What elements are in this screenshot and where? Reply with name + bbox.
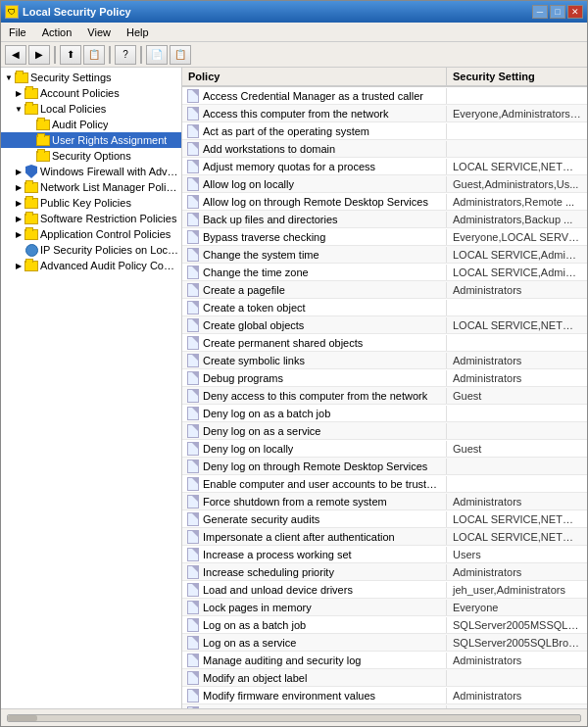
table-body[interactable]: Access Credential Manager as a trusted c… bbox=[182, 87, 587, 708]
table-row[interactable]: Access this computer from the networkEve… bbox=[182, 105, 587, 122]
doc-icon bbox=[186, 583, 200, 597]
table-row[interactable]: Create a token object bbox=[182, 299, 587, 316]
title-buttons: ─ □ ✕ bbox=[532, 5, 583, 19]
forward-button[interactable]: ▶ bbox=[28, 45, 50, 65]
title-bar: 🛡 Local Security Policy ─ □ ✕ bbox=[1, 1, 587, 23]
table-row[interactable]: Generate security auditsLOCAL SERVICE,NE… bbox=[182, 510, 587, 528]
scroll-track[interactable] bbox=[7, 714, 581, 722]
table-row[interactable]: Lock pages in memoryEveryone bbox=[182, 599, 587, 616]
folder-icon bbox=[24, 86, 38, 100]
sidebar-item-windows-firewall[interactable]: ▶ Windows Firewall with Advanced Secu... bbox=[1, 164, 181, 179]
table-row[interactable]: Access Credential Manager as a trusted c… bbox=[182, 87, 587, 105]
table-row[interactable]: Modify an object label bbox=[182, 669, 587, 687]
table-row[interactable]: Increase a process working setUsers bbox=[182, 546, 587, 563]
window-icon: 🛡 bbox=[5, 5, 19, 19]
table-row[interactable]: Modify firmware environment valuesAdmini… bbox=[182, 687, 587, 704]
sidebar-item-public-key[interactable]: ▶ Public Key Policies bbox=[1, 195, 181, 211]
table-row[interactable]: Deny log on as a service bbox=[182, 422, 587, 440]
table-row[interactable]: Act as part of the operating system bbox=[182, 122, 587, 140]
doc-icon bbox=[186, 389, 200, 403]
folder-icon bbox=[24, 102, 38, 116]
globe-icon bbox=[24, 243, 38, 257]
cell-policy: Create global objects bbox=[182, 317, 447, 333]
table-row[interactable]: Bypass traverse checkingEveryone,LOCAL S… bbox=[182, 228, 587, 246]
policy-name: Allow log on through Remote Desktop Serv… bbox=[203, 196, 428, 208]
doc-icon bbox=[186, 407, 200, 420]
table-row[interactable]: Deny access to this computer from the ne… bbox=[182, 387, 587, 405]
sidebar-item-security-settings[interactable]: ▼ Security Settings bbox=[1, 70, 181, 85]
menu-file[interactable]: File bbox=[1, 24, 34, 40]
policy-name: Log on as a batch job bbox=[203, 619, 306, 631]
table-row[interactable]: Allow log on locallyGuest,Administrators… bbox=[182, 175, 587, 193]
policy-name: Add workstations to domain bbox=[203, 143, 335, 155]
cell-policy: Allow log on through Remote Desktop Serv… bbox=[182, 194, 447, 210]
menu-help[interactable]: Help bbox=[119, 24, 157, 40]
cell-setting: LOCAL SERVICE,NETWO... bbox=[447, 160, 587, 173]
expand-icon bbox=[24, 150, 36, 162]
doc-icon bbox=[186, 706, 200, 709]
sidebar-item-software-restriction[interactable]: ▶ Software Restriction Policies bbox=[1, 211, 181, 226]
up-button[interactable]: ⬆ bbox=[60, 45, 81, 65]
table-row[interactable]: Deny log on locallyGuest bbox=[182, 440, 587, 458]
show-hide-button[interactable]: 📋 bbox=[83, 45, 105, 65]
sidebar-item-advanced-audit[interactable]: ▶ Advanced Audit Policy Configuration bbox=[1, 258, 181, 273]
table-row[interactable]: Create permanent shared objects bbox=[182, 334, 587, 352]
policy-name: Deny access to this computer from the ne… bbox=[203, 390, 427, 402]
table-row[interactable]: Create global objectsLOCAL SERVICE,NETWO… bbox=[182, 316, 587, 334]
table-row[interactable]: Change the system timeLOCAL SERVICE,Admi… bbox=[182, 246, 587, 264]
sidebar-item-network-list[interactable]: ▶ Network List Manager Policies bbox=[1, 179, 181, 195]
policy-name: Load and unload device drivers bbox=[203, 584, 353, 596]
table-row[interactable]: Create symbolic linksAdministrators bbox=[182, 352, 587, 369]
cell-policy: Create a token object bbox=[182, 300, 447, 315]
table-row[interactable]: Deny log on as a batch job bbox=[182, 405, 587, 422]
doc-icon bbox=[186, 336, 200, 350]
table-row[interactable]: Create a pagefileAdministrators bbox=[182, 281, 587, 299]
policy-name: Change the system time bbox=[203, 249, 319, 261]
table-row[interactable]: Log on as a batch jobSQLServer2005MSSQLU… bbox=[182, 616, 587, 634]
folder-icon bbox=[15, 71, 28, 84]
close-button[interactable]: ✕ bbox=[567, 5, 583, 19]
cell-policy: Allow log on locally bbox=[182, 176, 447, 192]
table-row[interactable]: Debug programsAdministrators bbox=[182, 369, 587, 387]
table-row[interactable]: Load and unload device driversjeh_user,A… bbox=[182, 581, 587, 599]
table-row[interactable]: Add workstations to domain bbox=[182, 140, 587, 158]
sidebar-item-audit-policy[interactable]: Audit Policy bbox=[1, 117, 181, 132]
table-row[interactable]: Back up files and directoriesAdministrat… bbox=[182, 211, 587, 228]
table-row[interactable]: Impersonate a client after authenticatio… bbox=[182, 528, 587, 546]
table-row[interactable]: Change the time zoneLOCAL SERVICE,Admini… bbox=[182, 264, 587, 281]
help-button[interactable]: ? bbox=[115, 45, 136, 65]
table-row[interactable]: Increase scheduling priorityAdministrato… bbox=[182, 563, 587, 581]
menu-action[interactable]: Action bbox=[34, 24, 80, 40]
table-row[interactable]: Log on as a serviceSQLServer2005SQLBrow.… bbox=[182, 634, 587, 652]
table-row[interactable]: Manage auditing and security logAdminist… bbox=[182, 652, 587, 669]
window-title: Local Security Policy bbox=[23, 6, 131, 18]
cell-policy: Increase scheduling priority bbox=[182, 564, 447, 580]
export-button[interactable]: 📄 bbox=[146, 45, 168, 65]
policy-name: Change the time zone bbox=[203, 267, 309, 278]
table-row[interactable]: Allow log on through Remote Desktop Serv… bbox=[182, 193, 587, 211]
back-button[interactable]: ◀ bbox=[5, 45, 26, 65]
sidebar-item-app-control[interactable]: ▶ Application Control Policies bbox=[1, 226, 181, 242]
table-row[interactable]: Force shutdown from a remote systemAdmin… bbox=[182, 493, 587, 510]
status-bar bbox=[1, 708, 587, 726]
sidebar-item-user-rights[interactable]: User Rights Assignment bbox=[1, 132, 181, 148]
sidebar-item-account-policies[interactable]: ▶ Account Policies bbox=[1, 85, 181, 101]
cell-policy: Modify an object label bbox=[182, 670, 447, 686]
scroll-thumb[interactable] bbox=[8, 715, 37, 721]
doc-icon bbox=[186, 371, 200, 385]
sidebar-item-ip-security[interactable]: IP Security Policies on Local Compute... bbox=[1, 242, 181, 258]
sidebar-item-local-policies[interactable]: ▼ Local Policies bbox=[1, 101, 181, 117]
cell-setting bbox=[447, 130, 587, 132]
table-row[interactable]: Enable computer and user accounts to be … bbox=[182, 475, 587, 493]
cell-setting bbox=[447, 342, 587, 344]
sidebar-item-security-options[interactable]: Security Options bbox=[1, 148, 181, 164]
maximize-button[interactable]: □ bbox=[550, 5, 565, 19]
menu-view[interactable]: View bbox=[79, 24, 119, 40]
import-button[interactable]: 📋 bbox=[170, 45, 191, 65]
cell-setting bbox=[447, 307, 587, 309]
minimize-button[interactable]: ─ bbox=[532, 5, 548, 19]
table-row[interactable]: Deny log on through Remote Desktop Servi… bbox=[182, 458, 587, 475]
table-row[interactable]: Adjust memory quotas for a processLOCAL … bbox=[182, 158, 587, 175]
cell-policy: Load and unload device drivers bbox=[182, 582, 447, 598]
cell-policy: Deny log on locally bbox=[182, 441, 447, 457]
